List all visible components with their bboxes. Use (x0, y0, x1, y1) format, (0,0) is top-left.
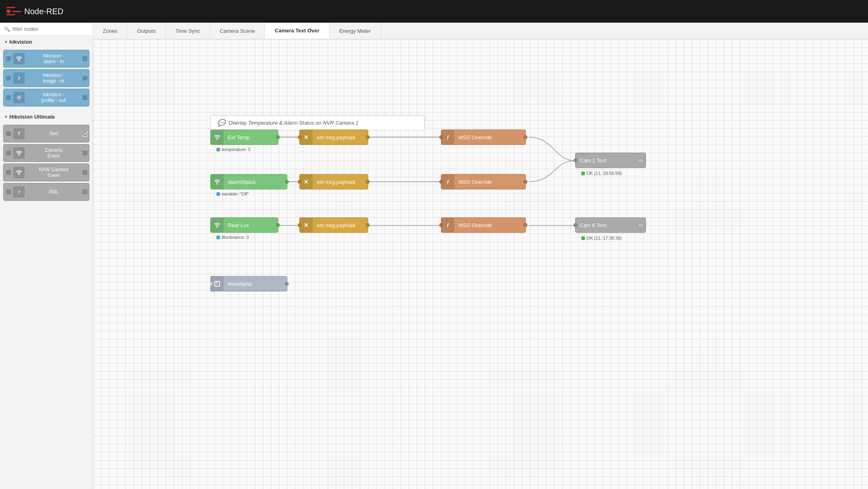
node-label: Cam 1 Text (576, 157, 612, 164)
sidebar-section-hikvision[interactable]: ▾ hikvision (0, 36, 93, 48)
port-left (6, 189, 11, 194)
node-set-payload-3[interactable]: × set msg.payload (299, 217, 368, 233)
cam1-status: OK (11, 20:55:59) (581, 171, 622, 176)
port-right (83, 95, 87, 100)
sidebar-section-hikvision-ultimate[interactable]: ▾ Hikvision Ultimate (0, 111, 93, 123)
sidebar-node-label: XML (25, 189, 83, 195)
status-dot (216, 236, 220, 239)
node-status-badge: illuminance: 0 (216, 235, 249, 240)
arrow-icon (13, 72, 25, 84)
sidebar-node-label: hikvision -alarm - in (25, 53, 83, 65)
connections-svg (93, 39, 868, 489)
node-msg-override-2[interactable]: f MSG Override (441, 174, 526, 189)
function-icon: f (13, 186, 25, 198)
cam6-status: OK (11, 17:36:36) (581, 236, 622, 240)
port-left (574, 158, 578, 162)
tab-camera-text-over[interactable]: Camera Text Over (265, 23, 329, 39)
wifi-icon (211, 218, 224, 232)
sidebar-node-raw-camera-event[interactable]: RAW CameraEvent (3, 164, 89, 181)
port-right (276, 135, 280, 139)
port-right (83, 56, 87, 61)
main-layout: 🔍 ▾ hikvision hikvision -alarm - in (0, 23, 868, 489)
tab-zones[interactable]: Zones (93, 23, 127, 39)
status-text: OK (11, 20:55:59) (586, 171, 622, 176)
port-right (366, 135, 370, 139)
tab-energy-meter[interactable]: Energy Meter (330, 23, 381, 39)
node-label: set msg.payload (313, 179, 361, 185)
node-label: Cam 6 Text (576, 222, 612, 228)
node-label: MSG Override (454, 222, 498, 228)
node-alarm-status[interactable]: alarmStatus variable: "Off" (210, 174, 287, 189)
bulb-icon (13, 92, 25, 103)
sidebar-node-camera-event[interactable]: CameraEvent (3, 144, 89, 162)
sidebar-node-profile-out[interactable]: hikvision -profile - out (3, 89, 89, 106)
port-right (83, 151, 87, 155)
sidebar-node-label: CameraEvent (25, 147, 83, 159)
edit-icon[interactable]: ✏ (639, 222, 643, 228)
status-text: illuminance: 0 (222, 235, 249, 240)
chevron-icon: ▾ (5, 40, 7, 44)
wifi-icon (211, 130, 224, 145)
app-title: Node-RED (24, 7, 64, 16)
sidebar-node-label: RAW CameraEvent (25, 167, 83, 179)
sidebar-node-image-in[interactable]: hikvision -image - in (3, 69, 89, 87)
status-text: temperature: 5 (222, 147, 251, 152)
wifi-icon (211, 174, 224, 189)
sidebar-node-label: hikvision -profile - out (25, 92, 83, 104)
port-right (285, 282, 289, 286)
comment-node[interactable]: 💬 Overlay Temperature & Alarm Status on … (210, 115, 425, 130)
sidebar-section-label: Hikvision Ultimate (9, 114, 55, 120)
content-area: Zones Outputs Time Sync Camera Scene Cam… (93, 23, 868, 489)
svg-point-2 (19, 155, 19, 155)
node-label: timestamp (224, 281, 258, 287)
node-set-payload-1[interactable]: × set msg.payload (299, 130, 368, 145)
tab-bar: Zones Outputs Time Sync Camera Scene Cam… (93, 23, 868, 39)
port-right (523, 135, 527, 139)
search-input[interactable] (13, 26, 89, 32)
port-right (83, 189, 87, 194)
port-left (209, 282, 213, 286)
port-right (83, 170, 87, 175)
port-left (6, 56, 11, 61)
node-ext-temp[interactable]: Ext Temp temperature: 5 (210, 130, 278, 145)
edit-icon[interactable]: ✏ (639, 157, 643, 164)
sidebar-node-text[interactable]: T Text (3, 125, 89, 142)
sidebar: 🔍 ▾ hikvision hikvision -alarm - in (0, 23, 93, 489)
node-status-badge: temperature: 5 (216, 147, 251, 152)
node-label: MSG Override (454, 134, 498, 140)
comment-icon: 💬 (217, 119, 225, 127)
port-left (6, 95, 11, 100)
status-text: variable: "Off" (222, 191, 249, 196)
sidebar-node-xml[interactable]: f XML (3, 183, 89, 201)
search-icon: 🔍 (4, 26, 10, 32)
sidebar-node-alarm-in[interactable]: hikvision -alarm - in (3, 50, 89, 68)
node-rear-lux[interactable]: Rear Lux illuminance: 0 (210, 217, 278, 233)
status-dot (216, 148, 220, 151)
node-set-payload-2[interactable]: × set msg.payload (299, 174, 368, 189)
svg-point-1 (18, 96, 20, 99)
chevron-icon: ▾ (5, 115, 7, 119)
node-label: set msg.payload (313, 222, 361, 228)
node-cam1-text[interactable]: Cam 1 Text ✏ OK (11, 20:55:59) (575, 153, 646, 168)
node-timestamp[interactable]: timestamp (210, 276, 287, 291)
tab-outputs[interactable]: Outputs (127, 23, 166, 39)
port-left (298, 180, 302, 184)
tab-camera-scene[interactable]: Camera Scene (210, 23, 265, 39)
node-msg-override-1[interactable]: f MSG Override (441, 130, 526, 145)
node-label: set msg.payload (313, 134, 361, 140)
sidebar-node-label: Text (25, 131, 83, 136)
tab-time-sync[interactable]: Time Sync (166, 23, 210, 39)
port-right (366, 180, 370, 184)
node-cam6-text[interactable]: Cam 6 Text ✏ OK (11, 17:36:36) (575, 217, 646, 233)
svg-point-4 (217, 139, 217, 140)
text-icon: T (13, 128, 25, 139)
wifi-icon (13, 167, 25, 178)
node-status-badge: variable: "Off" (216, 191, 249, 196)
node-msg-override-3[interactable]: f MSG Override (441, 217, 526, 233)
logo: Node-RED (6, 6, 64, 17)
node-label: MSG Override (454, 179, 498, 185)
search-bar[interactable]: 🔍 (0, 23, 93, 36)
port-left (574, 223, 578, 227)
port-left (6, 170, 11, 175)
port-left (439, 180, 443, 184)
